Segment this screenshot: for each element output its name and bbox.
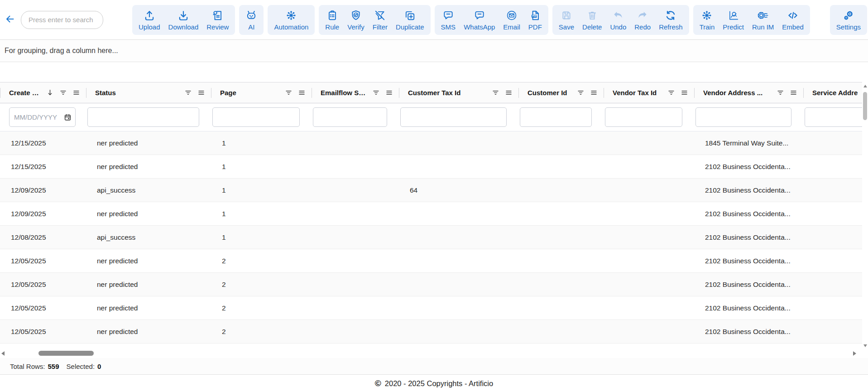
sort-desc-icon[interactable] bbox=[46, 89, 54, 97]
column-menu-icon[interactable] bbox=[197, 89, 205, 97]
save-button[interactable]: Save bbox=[555, 7, 578, 33]
table-row[interactable]: 12/09/2025ner predicted12102 Business Oc… bbox=[0, 202, 863, 226]
filter-input-page[interactable] bbox=[212, 107, 300, 127]
column-filter-icon[interactable] bbox=[492, 89, 499, 97]
cell-page: 2 bbox=[211, 249, 312, 272]
review-button[interactable]: Review bbox=[203, 7, 232, 33]
scroll-right-arrow-icon[interactable] bbox=[853, 351, 856, 356]
column-menu-icon[interactable] bbox=[298, 89, 306, 97]
column-menu-icon[interactable] bbox=[590, 89, 598, 97]
cell-status: api_success bbox=[86, 226, 211, 249]
column-menu-icon[interactable] bbox=[790, 89, 797, 97]
grid-rows: 12/15/2025ner predicted11845 Terminal Wa… bbox=[0, 131, 863, 349]
scroll-down-arrow-icon[interactable] bbox=[863, 344, 867, 347]
column-header-vendor-tax-id[interactable]: Vendor Tax Id bbox=[604, 82, 694, 103]
vertical-scrollbar[interactable] bbox=[862, 82, 868, 349]
cell-create-date: 12/05/2025 bbox=[0, 273, 86, 296]
column-header-status[interactable]: Status bbox=[86, 82, 211, 103]
grouping-hint-text: For grouping, drag a column here... bbox=[5, 47, 118, 55]
sms-button[interactable]: SMS bbox=[437, 7, 460, 33]
column-filter-icon[interactable] bbox=[184, 89, 192, 97]
column-header-customer-tax-id[interactable]: Customer Tax Id bbox=[399, 82, 518, 103]
grid-filter-row bbox=[0, 103, 863, 131]
predict-button[interactable]: Predict bbox=[719, 7, 748, 33]
toolbar-button-label: Rule bbox=[325, 23, 339, 31]
filter-input-emailflow-status[interactable] bbox=[313, 107, 387, 127]
search-input[interactable] bbox=[21, 11, 103, 29]
column-header-create-date[interactable]: Create Date bbox=[0, 82, 86, 103]
duplicate-icon bbox=[404, 9, 416, 22]
automation-button[interactable]: Automation bbox=[270, 7, 312, 33]
table-row[interactable]: 12/05/2025ner predicted22102 Business Oc… bbox=[0, 296, 863, 320]
ai-button[interactable]: AI bbox=[242, 7, 261, 33]
scroll-left-arrow-icon[interactable] bbox=[1, 351, 5, 356]
rule-button[interactable]: Rule bbox=[321, 7, 343, 33]
table-row[interactable]: 12/05/2025ner predicted22102 Business Oc… bbox=[0, 344, 863, 349]
toolbar-group: SMSWhatsAppEmailPDFPDF bbox=[435, 5, 548, 35]
cell-emailflow-status bbox=[312, 226, 399, 249]
filter-input-vendor-address[interactable] bbox=[695, 107, 791, 127]
duplicate-button[interactable]: Duplicate bbox=[392, 7, 428, 33]
table-row[interactable]: 12/08/2025api_success12102 Business Occi… bbox=[0, 226, 863, 249]
table-row[interactable]: 12/15/2025ner predicted11845 Terminal Wa… bbox=[0, 131, 863, 155]
column-separator bbox=[604, 88, 604, 98]
column-filter-icon[interactable] bbox=[577, 89, 585, 97]
table-row[interactable]: 12/15/2025ner predicted12102 Business Oc… bbox=[0, 155, 863, 179]
filter-input-customer-tax-id[interactable] bbox=[400, 107, 507, 127]
delete-button[interactable]: Delete bbox=[579, 7, 605, 33]
column-menu-icon[interactable] bbox=[681, 89, 688, 97]
column-header-page[interactable]: Page bbox=[211, 82, 312, 103]
redo-button[interactable]: Redo bbox=[631, 7, 654, 33]
vertical-scroll-thumb[interactable] bbox=[863, 92, 867, 120]
toolbar-button-label: Review bbox=[206, 23, 229, 31]
column-header-vendor-address[interactable]: Vendor Address ... bbox=[694, 82, 803, 103]
column-filter-icon[interactable] bbox=[372, 89, 380, 97]
horizontal-scrollbar[interactable] bbox=[0, 349, 868, 358]
back-button[interactable] bbox=[5, 14, 15, 26]
table-row[interactable]: 12/09/2025api_success1642102 Business Oc… bbox=[0, 179, 863, 202]
svg-text:PDF: PDF bbox=[532, 15, 537, 17]
column-header-emailflow-status[interactable]: Emailflow Status bbox=[312, 82, 399, 103]
top-toolbar: UploadDownloadReviewAIAutomationRuleVeri… bbox=[0, 0, 868, 40]
filter-input-status[interactable] bbox=[87, 107, 199, 127]
whatsapp-button[interactable]: WhatsApp bbox=[460, 7, 499, 33]
horizontal-scroll-thumb[interactable] bbox=[38, 351, 94, 356]
cell-emailflow-status bbox=[312, 155, 399, 178]
column-separator bbox=[694, 88, 695, 98]
settings-button[interactable]: Settings bbox=[833, 7, 864, 33]
filter-input-customer-id[interactable] bbox=[520, 107, 592, 127]
column-filter-icon[interactable] bbox=[667, 89, 675, 97]
table-row[interactable]: 12/05/2025ner predicted22102 Business Oc… bbox=[0, 249, 863, 273]
table-row[interactable]: 12/05/2025ner predicted22102 Business Oc… bbox=[0, 273, 863, 296]
calendar-icon[interactable] bbox=[64, 113, 72, 121]
filter-input-service-addre[interactable] bbox=[805, 107, 863, 127]
filter-button[interactable]: Filter bbox=[369, 7, 391, 33]
column-filter-icon[interactable] bbox=[59, 89, 67, 97]
run-im-button[interactable]: Run IM bbox=[748, 7, 777, 33]
download-button[interactable]: Download bbox=[165, 7, 202, 33]
column-header-customer-id[interactable]: Customer Id bbox=[518, 82, 604, 103]
filter-input-vendor-tax-id[interactable] bbox=[605, 107, 682, 127]
email-button[interactable]: Email bbox=[499, 7, 524, 33]
column-menu-icon[interactable] bbox=[505, 89, 513, 97]
table-row[interactable]: 12/05/2025ner predicted22102 Business Oc… bbox=[0, 320, 863, 344]
cell-vendor-address: 2102 Business Occidenta... bbox=[694, 202, 803, 225]
cell-vendor-address: 2102 Business Occidenta... bbox=[694, 320, 803, 343]
column-filter-icon[interactable] bbox=[285, 89, 293, 97]
cell-service-addre bbox=[803, 273, 863, 296]
column-filter-icon[interactable] bbox=[777, 89, 784, 97]
train-button[interactable]: Train bbox=[696, 7, 719, 33]
undo-button[interactable]: Undo bbox=[606, 7, 630, 33]
cell-emailflow-status bbox=[312, 296, 399, 319]
upload-button[interactable]: Upload bbox=[135, 7, 164, 33]
embed-button[interactable]: Embed bbox=[778, 7, 807, 33]
cell-customer-id bbox=[518, 344, 604, 349]
verify-button[interactable]: Verify bbox=[344, 7, 368, 33]
column-menu-icon[interactable] bbox=[385, 89, 393, 97]
filter-cell-create-date bbox=[0, 107, 86, 127]
column-header-service-addre[interactable]: Service Addre bbox=[803, 82, 863, 103]
pdf-button[interactable]: PDFPDF bbox=[525, 7, 546, 33]
column-menu-icon[interactable] bbox=[72, 89, 80, 97]
refresh-button[interactable]: Refresh bbox=[655, 7, 686, 33]
scroll-up-arrow-icon[interactable] bbox=[863, 85, 867, 87]
